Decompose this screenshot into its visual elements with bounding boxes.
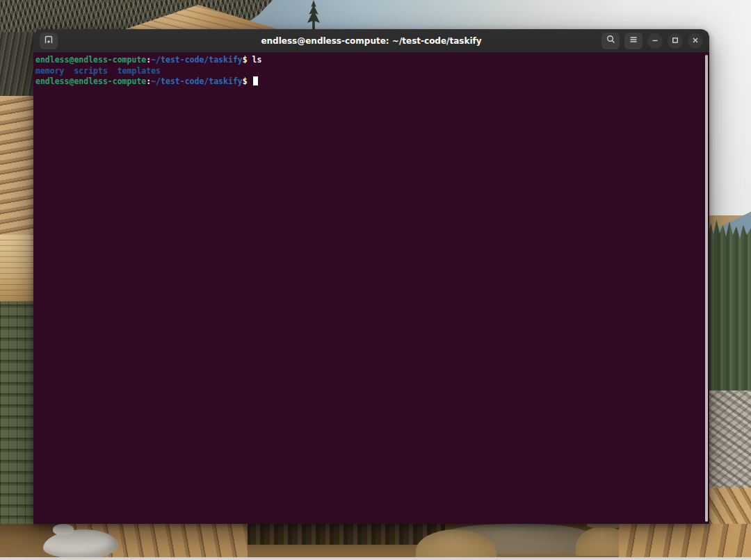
search-icon	[606, 34, 616, 47]
menu-button[interactable]	[624, 33, 643, 49]
terminal-text-segment: endless@endless-compute	[35, 76, 146, 86]
wallpaper-planks-right	[619, 524, 751, 560]
search-button[interactable]	[601, 33, 620, 49]
wallpaper-bottom-edge	[0, 557, 751, 560]
terminal-text-segment: scripts	[74, 66, 107, 76]
terminal-text-segment: endless@endless-compute	[35, 55, 146, 65]
minimize-icon	[651, 34, 659, 47]
terminal-line: endless@endless-compute:~/test-code/task…	[35, 55, 700, 66]
close-icon	[691, 34, 700, 47]
titlebar[interactable]: endless@endless-compute: ~/test-code/tas…	[33, 29, 709, 53]
terminal-text-segment	[108, 66, 118, 76]
terminal-line: endless@endless-compute:~/test-code/task…	[35, 76, 700, 88]
terminal-text-segment: $	[243, 76, 252, 86]
terminal-text-segment: memory	[35, 66, 65, 76]
terminal-text-segment: ~/test-code/taskify	[151, 55, 243, 65]
maximize-button[interactable]	[668, 33, 683, 49]
wallpaper-rock-scree	[708, 390, 751, 488]
terminal-lines: endless@endless-compute:~/test-code/task…	[35, 55, 700, 88]
window-title: endless@endless-compute: ~/test-code/tas…	[261, 36, 481, 46]
wallpaper-white-sculpture-head	[53, 524, 74, 535]
new-tab-button[interactable]	[40, 33, 58, 49]
wallpaper-right-sky	[708, 32, 751, 215]
wallpaper-left-twigs	[0, 32, 35, 96]
terminal-text-segment	[65, 66, 74, 76]
maximize-icon	[671, 34, 679, 47]
close-button[interactable]	[688, 33, 703, 49]
terminal-cursor	[253, 76, 258, 85]
terminal-window: endless@endless-compute: ~/test-code/tas…	[33, 29, 709, 524]
terminal-text-segment: templates	[118, 66, 161, 76]
terminal-scrollbar[interactable]	[705, 55, 708, 522]
terminal-line: memory scripts templates	[35, 66, 700, 77]
terminal-text-segment: ls	[252, 55, 262, 65]
wallpaper-pine-forest	[708, 220, 751, 390]
titlebar-controls	[601, 33, 709, 49]
terminal-screen[interactable]: endless@endless-compute:~/test-code/task…	[33, 53, 709, 524]
terminal-text-segment: $	[243, 55, 252, 65]
hamburger-menu-icon	[629, 34, 638, 47]
new-tab-icon	[43, 34, 54, 48]
terminal-text-segment: ~/test-code/taskify	[151, 76, 243, 86]
wallpaper-left-green-shingles	[0, 302, 35, 549]
minimize-button[interactable]	[647, 33, 663, 49]
wallpaper-left-beam	[0, 235, 35, 302]
wallpaper-left-shingles	[0, 96, 35, 235]
